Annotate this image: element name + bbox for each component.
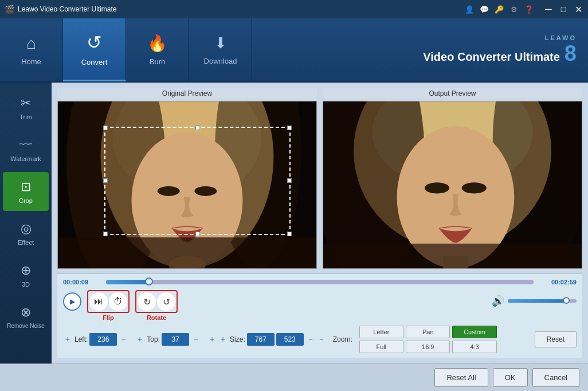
home-icon: ⌂ [26, 34, 36, 53]
preset-grid: Letter Pan Custom Full 16:9 4:3 [359, 326, 497, 353]
crop-handle-ml[interactable] [103, 178, 108, 183]
timeline-bar[interactable] [106, 280, 534, 284]
svg-point-18 [462, 182, 487, 193]
play-icon: ▶ [70, 298, 75, 306]
sidebar-item-trim[interactable]: ✂ Trim [3, 88, 49, 127]
crop-handle-br[interactable] [287, 232, 292, 236]
chat-icon[interactable]: 💬 [479, 4, 489, 14]
avatar-icon[interactable]: 👤 [464, 4, 475, 14]
flip-group: ⏭ ⏱ Flip [87, 290, 130, 321]
size-h-down-btn[interactable]: － [317, 334, 326, 345]
nav-convert[interactable]: ↺ Convert [63, 18, 126, 81]
timeline-row: 00:00:09 00:02:59 [63, 279, 577, 286]
size-param: ＋ ＋ Size: － － [207, 333, 326, 346]
titlebar: 🎬 Leawo Video Converter Ultimate 👤 💬 🔑 ⚙… [0, 0, 588, 18]
sidebar-item-crop[interactable]: ⊡ Crop [3, 172, 49, 211]
original-preview-panel: Original Preview [57, 88, 317, 269]
size-w-input[interactable] [247, 333, 275, 346]
volume-bar[interactable] [508, 299, 577, 303]
rotate-group: ↻ ↺ Rotate [135, 290, 178, 321]
size-w-down-btn[interactable]: － [306, 334, 315, 345]
sidebar-item-3d[interactable]: ⊕ 3D [3, 256, 49, 295]
timer-icon: ⏱ [113, 296, 123, 307]
brand: LEAWO Video Converter Ultimate 8 [423, 34, 577, 66]
timeline-fill [106, 280, 149, 284]
volume-icon: 🔊 [492, 295, 504, 307]
titlebar-left: 🎬 Leawo Video Converter Ultimate [5, 5, 117, 14]
volume-thumb[interactable] [563, 297, 570, 304]
top-down-btn[interactable]: － [191, 334, 201, 345]
sidebar-item-effect[interactable]: ◎ Effect [3, 214, 49, 253]
reset-all-button[interactable]: Reset All [434, 368, 488, 387]
flip-controls: ⏭ ⏱ [87, 290, 130, 313]
timeline-thumb[interactable] [145, 277, 153, 286]
crop-handle-tr[interactable] [287, 126, 292, 130]
crop-handle-tl[interactable] [103, 126, 108, 130]
top-input[interactable] [162, 333, 189, 346]
timer-button[interactable]: ⏱ [109, 292, 127, 311]
size-h-up-btn[interactable]: ＋ [218, 334, 228, 345]
left-down-btn[interactable]: － [119, 334, 128, 345]
sidebar-crop-label: Crop [19, 197, 33, 204]
minimize-button[interactable]: ─ [543, 4, 554, 14]
sidebar-3d-label: 3D [22, 281, 30, 288]
preset-custom[interactable]: Custom [452, 326, 496, 338]
zoom-label: Zoom: [333, 335, 352, 343]
controls-area: 00:00:09 00:02:59 ▶ ⏭ [57, 273, 582, 358]
size-w-up-btn[interactable]: ＋ [207, 334, 217, 345]
crop-handle-bm[interactable] [195, 232, 200, 236]
nav-download[interactable]: ⬇ Download [189, 18, 252, 81]
left-input-group: Left: [75, 333, 117, 346]
preset-16-9[interactable]: 16:9 [406, 341, 450, 353]
rotate-controls: ↻ ↺ [135, 290, 178, 313]
content-area: Original Preview [52, 83, 588, 363]
playback-section: ▶ ⏭ ⏱ Flip [63, 290, 577, 321]
nav-download-label: Download [204, 57, 237, 65]
trim-icon: ✂ [21, 96, 31, 111]
preset-pan[interactable]: Pan [406, 326, 450, 338]
crop-handle-tm[interactable] [195, 126, 200, 130]
titlebar-right: 👤 💬 🔑 ⚙ ❓ ─ □ ✕ [464, 4, 583, 14]
original-video[interactable] [57, 101, 317, 269]
size-down-btns: － － [306, 334, 326, 345]
app-title: Leawo Video Converter Ultimate [18, 5, 117, 13]
nav-home[interactable]: ⌂ Home [0, 18, 63, 81]
rotate-label: Rotate [147, 314, 166, 321]
nav-burn[interactable]: 🔥 Burn [126, 18, 189, 81]
size-h-input[interactable] [276, 333, 304, 346]
watermark-icon: 〰 [19, 138, 32, 153]
reset-button[interactable]: Reset [535, 331, 577, 347]
bottom-bar: Reset All OK Cancel [0, 363, 588, 391]
sidebar-item-remove-noise[interactable]: ⊗ Remove Noise [3, 298, 49, 337]
crop-box[interactable] [104, 127, 291, 235]
close-button[interactable]: ✕ [573, 4, 583, 14]
left-input[interactable] [89, 333, 117, 346]
preset-full[interactable]: Full [359, 341, 403, 353]
crop-handle-bl[interactable] [103, 232, 108, 236]
preset-4-3[interactable]: 4:3 [452, 341, 496, 353]
svg-rect-20 [323, 244, 582, 268]
nav-home-label: Home [21, 57, 41, 66]
skip-button[interactable]: ⏭ [89, 292, 108, 311]
left-up-btn[interactable]: ＋ [63, 334, 72, 345]
top-up-btn[interactable]: ＋ [135, 334, 144, 345]
key-icon[interactable]: 🔑 [494, 4, 504, 14]
play-button[interactable]: ▶ [63, 292, 81, 311]
cancel-button[interactable]: Cancel [532, 368, 579, 387]
maximize-button[interactable]: □ [558, 4, 569, 14]
rotate-ccw-button[interactable]: ↺ [157, 292, 175, 311]
help-icon[interactable]: ❓ [524, 4, 534, 14]
crop-handle-mr[interactable] [287, 178, 292, 183]
preset-letter[interactable]: Letter [359, 326, 403, 338]
app-icon: 🎬 [5, 5, 14, 14]
ok-button[interactable]: OK [493, 368, 528, 387]
crop-params-row: ＋ Left: － ＋ Top: － [63, 326, 577, 353]
convert-icon: ↺ [87, 32, 102, 53]
effect-icon: ◎ [21, 221, 32, 236]
end-time: 00:02:59 [539, 279, 577, 286]
rotate-cw-button[interactable]: ↻ [138, 292, 156, 311]
gear-icon[interactable]: ⚙ [509, 4, 519, 14]
sidebar-item-watermark[interactable]: 〰 Watermark [3, 130, 49, 169]
top-input-group: Top: [147, 333, 189, 346]
nav-burn-label: Burn [150, 57, 165, 66]
